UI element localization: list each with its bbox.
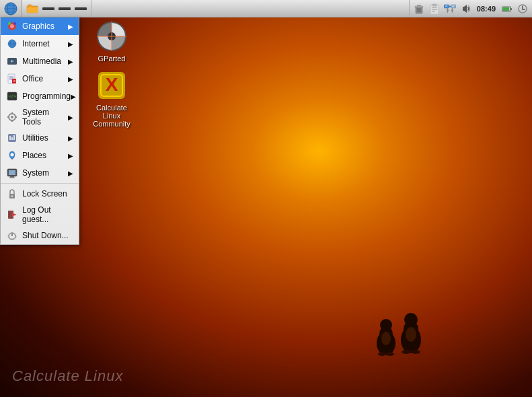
svg-rect-77 <box>15 116 17 118</box>
menu-item-multimedia[interactable]: Multimedia ▶ <box>1 52 79 70</box>
svg-text:W: W <box>13 79 16 83</box>
office-icon: W <box>7 73 17 84</box>
office-label: Office <box>22 74 68 83</box>
globe-icon <box>4 2 17 15</box>
shutdown-icon <box>7 230 17 241</box>
lock-screen-label: Lock Screen <box>22 189 73 199</box>
internet-label: Internet <box>22 39 68 48</box>
battery-tray-icon[interactable] <box>500 2 514 15</box>
menu-item-system[interactable]: System ▶ <box>1 164 79 182</box>
internet-icon <box>7 38 17 49</box>
system-clock: 08:49 <box>474 5 498 13</box>
menu-item-graphics[interactable]: Graphics ▶ <box>1 17 79 35</box>
taskbar-left <box>0 0 91 17</box>
taskbar-tab-1[interactable] <box>41 1 56 16</box>
menu-item-office[interactable]: W Office ▶ <box>1 70 79 87</box>
menu-item-lock-screen[interactable]: Lock Screen <box>1 185 79 203</box>
app-menu-button[interactable] <box>0 0 22 17</box>
multimedia-menu-icon <box>6 55 18 67</box>
systray: PC PC 08:49 <box>409 0 532 17</box>
internet-submenu-arrow: ▶ <box>68 40 73 48</box>
svg-point-7 <box>406 327 416 342</box>
menu-item-internet[interactable]: Internet ▶ <box>1 35 79 52</box>
tab-bar-icon-3 <box>75 7 87 10</box>
programming-icon: </> <box>7 91 17 102</box>
network-tray-icon[interactable]: PC PC <box>443 2 457 15</box>
places-menu-icon <box>6 149 18 161</box>
xchat-label: Calculate LinuxCommunity <box>87 104 136 128</box>
svg-point-11 <box>411 350 420 354</box>
svg-text:PC: PC <box>452 5 455 8</box>
menu-item-places[interactable]: Places ▶ <box>1 147 79 164</box>
svg-point-6 <box>404 313 418 326</box>
folder-icon <box>26 3 38 15</box>
utilities-submenu-arrow: ▶ <box>68 135 73 142</box>
battery-icon <box>502 3 512 14</box>
desktop: Calculate Linux GParted <box>0 0 532 397</box>
taskbar-tab-3[interactable] <box>73 1 88 16</box>
programming-label: Programming <box>22 92 71 101</box>
svg-point-56 <box>10 24 14 28</box>
desktop-icons: GParted X Calculate LinuxCommunity <box>87 20 136 128</box>
xchat-icon[interactable]: X Calculate LinuxCommunity <box>87 69 136 128</box>
logout-label: Log Out guest... <box>22 205 73 224</box>
shutdown-menu-icon <box>6 229 18 242</box>
office-menu-icon: W <box>6 73 18 85</box>
menu-divider <box>1 183 79 184</box>
programming-menu-icon: </> <box>6 90 18 102</box>
svg-text:</>: </> <box>9 94 16 98</box>
update-tray-icon[interactable] <box>516 2 529 15</box>
multimedia-submenu-arrow: ▶ <box>68 58 73 65</box>
home-folder-button[interactable] <box>25 1 40 16</box>
penguins-image <box>360 279 441 360</box>
svg-text:X: X <box>106 74 118 95</box>
svg-rect-35 <box>432 4 436 6</box>
menu-item-programming[interactable]: </> Programming ▶ <box>1 87 79 105</box>
svg-rect-53 <box>503 7 509 11</box>
utilities-label: Utilities <box>22 133 68 143</box>
svg-text:PC: PC <box>445 5 449 8</box>
svg-rect-29 <box>415 6 423 7</box>
menu-item-logout[interactable]: Log Out guest... <box>1 203 79 227</box>
graphics-submenu-arrow: ▶ <box>68 23 73 30</box>
lock-icon <box>7 188 17 199</box>
logout-menu-icon <box>6 209 18 221</box>
menu-item-shutdown[interactable]: Shut Down... <box>1 227 79 244</box>
audio-icon <box>460 3 471 14</box>
places-submenu-arrow: ▶ <box>68 152 73 159</box>
tab-bar-icon-1 <box>42 7 54 10</box>
svg-rect-25 <box>42 7 54 10</box>
svg-point-73 <box>11 116 13 118</box>
svg-rect-74 <box>11 112 13 114</box>
watermark: Calculate Linux <box>12 367 123 385</box>
network-icon: PC PC <box>444 3 456 14</box>
system-tools-icon <box>7 112 17 122</box>
system-label: System <box>22 168 68 178</box>
taskbar: PC PC 08:49 <box>0 0 532 17</box>
gparted-label: GParted <box>98 55 126 63</box>
graphics-menu-icon <box>6 20 18 32</box>
svg-point-2 <box>380 319 392 331</box>
clipboard-tray-icon[interactable] <box>428 2 441 15</box>
internet-menu-icon <box>6 38 18 50</box>
system-tools-submenu-arrow: ▶ <box>68 114 73 121</box>
logout-icon <box>7 209 17 220</box>
gparted-icon[interactable]: GParted <box>87 20 136 63</box>
multimedia-icon <box>7 56 17 67</box>
taskbar-tab-2[interactable] <box>57 1 72 16</box>
svg-point-8 <box>378 352 386 356</box>
svg-point-88 <box>11 195 13 197</box>
multimedia-label: Multimedia <box>22 57 68 66</box>
system-menu-icon <box>6 167 18 179</box>
svg-point-10 <box>402 350 411 354</box>
svg-rect-45 <box>451 9 453 11</box>
svg-rect-52 <box>510 8 512 10</box>
places-icon <box>7 150 17 161</box>
svg-point-3 <box>381 332 391 345</box>
audio-tray-icon[interactable] <box>459 2 472 15</box>
svg-point-9 <box>386 352 394 356</box>
menu-item-utilities[interactable]: Utilities ▶ <box>1 129 79 147</box>
menu-item-system-tools[interactable]: System Tools ▶ <box>1 105 79 129</box>
trash-tray-icon[interactable] <box>412 2 426 15</box>
system-icon <box>7 168 17 178</box>
